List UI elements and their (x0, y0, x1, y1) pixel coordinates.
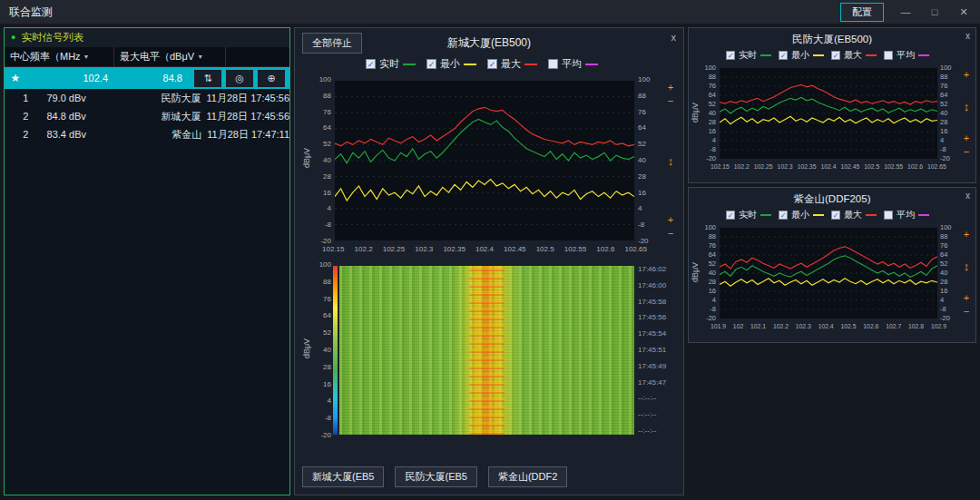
y-axis-ticks-left: 100887664524028164-8-20 (694, 224, 716, 322)
monitor-target-icon[interactable]: ◎ (226, 70, 253, 87)
row-station: 紫金山 (121, 128, 203, 142)
tick-label: 102.7 (886, 324, 901, 330)
zoom-out-icon[interactable]: − (964, 307, 969, 317)
row-time: 11月28日 17:45:56 (202, 110, 289, 123)
selected-signal-row[interactable]: ★ 102.4 84.8 ⇅ ◎ ⊕ (5, 67, 289, 89)
tick-label: 102.5 (536, 246, 554, 253)
tick-label: 28 (709, 119, 716, 126)
sort-dropdown-icon[interactable]: ▼ (197, 54, 203, 60)
legend-checkbox[interactable]: ✓ (779, 211, 788, 220)
zoom-in-icon[interactable]: + (668, 83, 673, 93)
legend-checkbox[interactable]: ✓ (726, 211, 735, 220)
station-button-xincheng[interactable]: 新城大厦(EB5 (302, 466, 384, 487)
config-button[interactable]: 配置 (840, 3, 884, 22)
zoom-in-icon[interactable]: + (668, 215, 673, 225)
tick-label: 102.4 (475, 246, 494, 253)
tick-label: 4 (328, 205, 331, 212)
tick-label: 102.4 (818, 324, 834, 330)
locate-crosshair-icon[interactable]: ⊕ (258, 70, 285, 87)
tick-label: 64 (709, 251, 716, 259)
zoom-in-icon[interactable]: + (964, 230, 969, 240)
zoom-out-icon[interactable]: − (964, 147, 969, 157)
tick-label: 16 (709, 288, 716, 295)
tick-label: 28 (709, 279, 716, 286)
legend-item: ✓实时 (726, 49, 771, 62)
tick-label: 52 (940, 101, 947, 108)
chart-zoom-controls: + − ↕ + − (664, 81, 677, 240)
chart-title: 民防大厦(EB500) (689, 33, 975, 46)
scale-drag-icon[interactable]: ↕ (668, 155, 674, 167)
minimize-icon[interactable]: — (898, 7, 913, 17)
signal-row[interactable]: 1 79.0 dBv 民防大厦 11月28日 17:45:56 (5, 89, 289, 107)
waterfall-plot[interactable] (339, 266, 634, 435)
spectrum-plot-area[interactable] (720, 228, 937, 319)
legend-checkbox[interactable] (548, 59, 558, 69)
spectrum-plot-area[interactable] (335, 81, 634, 240)
close-icon[interactable]: ✕ (956, 7, 971, 17)
card-close-icon[interactable]: x (965, 191, 970, 201)
legend-label: 最大 (844, 49, 862, 62)
legend-item: ✓最小 (426, 57, 476, 71)
zoom-in-icon[interactable]: + (964, 293, 969, 303)
legend-label: 平均 (897, 49, 915, 62)
maximize-icon[interactable]: □ (927, 7, 942, 17)
legend-label: 最大 (844, 209, 862, 221)
legend-checkbox[interactable] (884, 211, 893, 220)
tick-label: 40 (709, 270, 716, 277)
tick-label: 100 (319, 76, 331, 83)
legend-checkbox[interactable]: ✓ (779, 51, 788, 60)
legend-item: ✓最小 (779, 209, 824, 221)
legend-item: ✓最大 (831, 49, 877, 62)
spectrum-plot-area[interactable] (720, 68, 937, 159)
spectrum-plot[interactable] (335, 81, 634, 240)
y-axis-ticks-left: 100887664524028164-8-20 (306, 76, 331, 245)
legend-checkbox[interactable]: ✓ (487, 59, 497, 69)
zoom-out-icon[interactable]: − (668, 96, 673, 106)
legend-checkbox[interactable]: ✓ (726, 51, 735, 60)
zoom-in-icon[interactable]: + (964, 133, 969, 143)
station-button-minfang[interactable]: 民防大厦(EB5 (395, 466, 476, 487)
column-header-frequency[interactable]: 中心频率（MHz ▼ (5, 47, 114, 66)
sort-dropdown-icon[interactable]: ▼ (83, 54, 90, 60)
scale-drag-icon[interactable]: ↕ (964, 260, 970, 272)
app-title: 联合监测 (9, 5, 53, 20)
tick-label: 16 (709, 128, 716, 135)
star-icon[interactable]: ★ (6, 72, 24, 84)
x-axis-ticks: 102.15102.2102.25102.3102.35102.4102.451… (710, 164, 946, 171)
x-axis-ticks: 101.9102102.1102.2102.3102.4102.5102.610… (710, 324, 946, 330)
signal-table-header: 中心频率（MHz ▼ 最大电平（dBμV ▼ (5, 47, 289, 67)
zoom-in-icon[interactable]: + (964, 70, 969, 80)
tick-label: 28 (323, 364, 331, 371)
tick-label: 88 (709, 233, 716, 240)
legend-item: ✓实时 (366, 57, 416, 71)
tick-label: 4 (940, 137, 944, 144)
tick-label: 88 (323, 93, 331, 100)
card-close-icon[interactable]: x (671, 33, 677, 43)
legend-checkbox[interactable]: ✓ (366, 59, 376, 69)
tick-label: -8 (638, 221, 644, 229)
waterfall-y-ticks: 100887664524028164-8-20 (306, 261, 331, 439)
signal-row[interactable]: 2 84.8 dBv 新城大厦 11月28日 17:45:56 (5, 107, 289, 125)
status-dot-icon: ● (11, 34, 15, 42)
tick-label: 64 (940, 92, 947, 99)
signal-row[interactable]: 2 83.4 dBv 紫金山 11月28日 17:47:11 (5, 125, 289, 143)
tick-label: 16 (638, 190, 646, 197)
legend-label: 平均 (562, 57, 582, 71)
scale-drag-icon[interactable]: ↕ (964, 101, 970, 113)
legend-checkbox[interactable]: ✓ (426, 59, 436, 69)
x-axis-ticks: 102.15102.2102.25102.3102.35102.4102.451… (322, 246, 647, 253)
spectrum-plot[interactable] (720, 68, 937, 159)
zoom-out-icon[interactable]: − (668, 229, 673, 239)
station-button-zijinshan[interactable]: 紫金山(DDF2 (488, 466, 567, 487)
card-close-icon[interactable]: x (965, 32, 970, 41)
column-header-level[interactable]: 最大电平（dBμV ▼ (114, 47, 226, 66)
legend-color-swatch (760, 214, 771, 216)
tick-label: 52 (709, 260, 716, 268)
sort-arrows-icon[interactable]: ⇅ (194, 70, 221, 87)
legend-checkbox[interactable]: ✓ (831, 211, 840, 220)
spectrum-plot[interactable] (720, 228, 937, 319)
tick-label: 102.4 (820, 164, 836, 171)
chart-title: 紫金山(DDF205) (689, 192, 975, 206)
legend-checkbox[interactable]: ✓ (831, 51, 840, 60)
legend-checkbox[interactable] (884, 51, 893, 60)
